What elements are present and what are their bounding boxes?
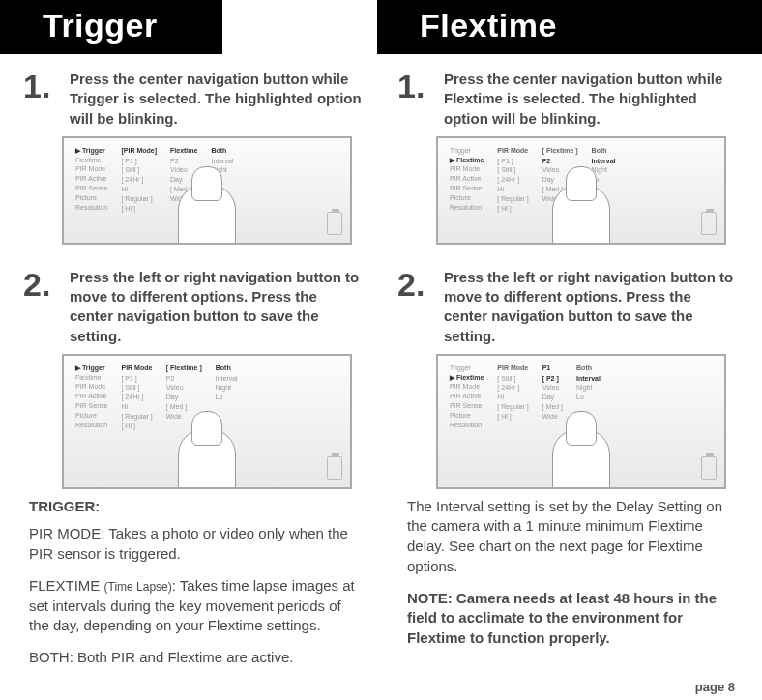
step-number: 2. (23, 266, 70, 346)
acclimate-note: NOTE: Camera needs at least 48 hours in … (407, 589, 737, 649)
left-screenshot-2: ▶ TriggerFlextimePIR ModePIR ActivePIR S… (62, 354, 352, 489)
step-text: Press the center navigation button while… (444, 68, 739, 129)
pir-mode-desc: PIR MODE: Takes a photo or video only wh… (29, 524, 365, 564)
left-column: 1. Press the center navigation button wh… (23, 68, 365, 680)
thumb-icon (552, 429, 610, 489)
header-trigger: Trigger (0, 0, 222, 54)
header-row: Trigger Flextime (0, 0, 762, 54)
battery-icon (701, 456, 717, 480)
right-step-2: 2. Press the left or right navigation bu… (397, 266, 739, 346)
step-number: 2. (397, 266, 444, 346)
step-text: Press the left or right navigation butto… (70, 266, 365, 346)
trigger-description: TRIGGER: PIR MODE: Takes a photo or vide… (23, 497, 365, 668)
right-screenshot-2: Trigger▶ FlextimePIR ModePIR ActivePIR S… (436, 354, 726, 489)
flextime-desc: FLEXTIME (Time Lapse): Takes time lapse … (29, 576, 365, 636)
battery-icon (327, 456, 342, 480)
thumb-icon (552, 185, 610, 245)
battery-icon (327, 212, 342, 235)
step-number: 1. (23, 68, 70, 129)
right-step-1: 1. Press the center navigation button wh… (397, 68, 739, 129)
step-text: Press the center navigation button while… (70, 68, 365, 129)
both-desc: BOTH: Both PIR and Flextime are active. (29, 648, 365, 668)
thumb-icon (178, 185, 236, 245)
page-number: page 8 (695, 680, 735, 694)
flextime-notes: The Interval setting is set by the Delay… (397, 497, 739, 649)
left-screenshot-1: ▶ TriggerFlextimePIR ModePIR ActivePIR S… (62, 136, 352, 245)
desc-heading: TRIGGER: (29, 497, 365, 517)
header-flextime: Flextime (377, 0, 762, 54)
step-number: 1. (397, 68, 444, 129)
thumb-icon (178, 429, 236, 489)
content-columns: 1. Press the center navigation button wh… (0, 54, 762, 680)
step-text: Press the left or right navigation butto… (444, 266, 739, 346)
interval-note: The Interval setting is set by the Delay… (407, 497, 737, 577)
left-step-2: 2. Press the left or right navigation bu… (23, 266, 365, 346)
right-screenshot-1: Trigger▶ FlextimePIR ModePIR ActivePIR S… (436, 136, 726, 245)
right-column: 1. Press the center navigation button wh… (397, 68, 739, 680)
left-step-1: 1. Press the center navigation button wh… (23, 68, 365, 129)
battery-icon (701, 212, 717, 235)
